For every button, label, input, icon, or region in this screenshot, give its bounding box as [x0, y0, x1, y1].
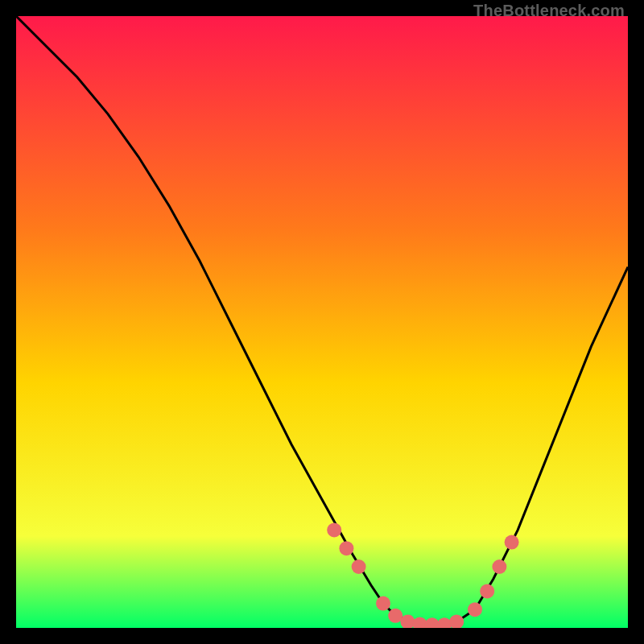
highlight-dot	[339, 541, 353, 555]
bottleneck-chart	[16, 16, 628, 628]
highlight-dot	[327, 522, 341, 537]
highlight-dot	[492, 559, 506, 574]
gradient-background	[16, 16, 628, 628]
highlight-dot	[468, 602, 482, 617]
watermark-text: TheBottleneck.com	[473, 2, 625, 20]
highlight-dot	[505, 535, 519, 550]
highlight-dot	[480, 584, 494, 598]
highlight-dot	[352, 559, 366, 574]
chart-frame	[16, 16, 628, 628]
highlight-dot	[376, 597, 390, 611]
